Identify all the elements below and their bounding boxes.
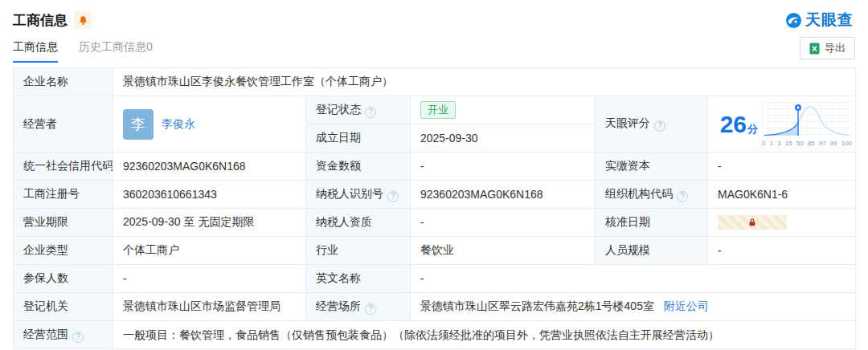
table-row: 企业类型 个体工商户 行业 餐饮业 人员规模 -	[14, 237, 856, 265]
capital-value: -	[411, 153, 596, 181]
business-info-table: 企业名称 景德镇市珠山区李俊永餐饮管理工作室（个体工商户） 经营者 李 李俊永 …	[13, 67, 856, 349]
reg-authority-label: 登记机关	[14, 293, 113, 321]
tab-history-business-info[interactable]: 历史工商信息0	[79, 40, 153, 63]
table-row: 营业期限 2025-09-30 至 无固定期限 纳税人资质 - 核准日期	[14, 209, 856, 237]
page-title: 工商信息	[13, 11, 68, 30]
help-icon[interactable]: ?	[677, 191, 688, 202]
reg-number-value: 360203610661343	[113, 181, 306, 209]
brand-text: 天眼查	[805, 10, 854, 31]
operator-cell: 李 李俊永	[113, 96, 306, 153]
reg-status-label: 登记状态?	[306, 96, 411, 124]
reg-number-label: 工商注册号	[14, 181, 113, 209]
approval-date-label: 核准日期	[596, 209, 708, 237]
help-icon[interactable]: ?	[654, 120, 665, 132]
industry-value: 餐饮业	[411, 237, 596, 265]
table-row: 经营者 李 李俊永 登记状态? 开业 天眼评分? 26分	[14, 96, 856, 124]
company-name-label: 企业名称	[14, 68, 113, 96]
credit-code-value: 92360203MAG0K6N168	[113, 153, 306, 181]
panel-header: 工商信息 天眼查	[0, 0, 868, 31]
tianyancha-logo-icon	[785, 12, 802, 29]
insured-count-label: 参保人数	[14, 265, 113, 293]
table-row: 企业名称 景德镇市珠山区李俊永餐饮管理工作室（个体工商户）	[14, 68, 856, 96]
company-name-value: 景德镇市珠山区李俊永餐饮管理工作室（个体工商户）	[113, 68, 856, 96]
help-icon[interactable]: ?	[365, 107, 376, 118]
nearby-companies-link[interactable]: 附近公司	[664, 299, 709, 312]
score-label: 天眼评分?	[596, 96, 708, 153]
premises-value: 景德镇市珠山区翠云路宏伟嘉苑2栋1号楼405室 附近公司	[411, 293, 856, 321]
operator-avatar[interactable]: 李	[123, 109, 154, 140]
tabs-bar: 工商信息 历史工商信息0 导出	[0, 31, 868, 63]
lock-icon	[747, 218, 757, 227]
locked-value[interactable]	[718, 215, 787, 230]
industry-label: 行业	[306, 237, 411, 265]
export-label: 导出	[825, 41, 845, 55]
status-badge: 开业	[420, 101, 456, 119]
business-term-label: 营业期限	[14, 209, 113, 237]
table-row: 经营范围? 一般项目：餐饮管理，食品销售（仅销售预包装食品）（除依法须经批准的项…	[14, 321, 856, 349]
business-scope-value: 一般项目：餐饮管理，食品销售（仅销售预包装食品）（除依法须经批准的项目外，凭营业…	[113, 321, 856, 349]
chart-x-ticks: 0131550859799100	[762, 140, 852, 147]
premises-label: 经营场所?	[306, 293, 411, 321]
business-term-value: 2025-09-30 至 无固定期限	[113, 209, 306, 237]
business-scope-label: 经营范围?	[14, 321, 113, 349]
help-icon[interactable]: ?	[72, 332, 84, 343]
table-row: 统一社会信用代码? 92360203MAG0K6N168 资金数额 - 实缴资本…	[14, 153, 856, 181]
bell-curve-chart	[762, 102, 852, 137]
english-name-value: -	[411, 265, 856, 293]
staff-size-value: -	[708, 237, 856, 265]
taxpayer-id-value: 92360203MAG0K6N168	[411, 181, 596, 209]
org-code-value: MAG0K6N1-6	[708, 181, 856, 209]
help-icon[interactable]: ?	[365, 303, 376, 315]
staff-size-label: 人员规模	[596, 237, 708, 265]
credit-code-label: 统一社会信用代码?	[14, 153, 113, 181]
taxpayer-id-label: 纳税人识别号?	[306, 181, 411, 209]
table-row: 参保人数 - 英文名称 -	[14, 265, 856, 293]
score-value: 26分	[720, 112, 758, 136]
paid-capital-label: 实缴资本	[596, 153, 708, 181]
tab-business-info[interactable]: 工商信息	[13, 40, 58, 63]
monitor-bell-button[interactable]	[74, 11, 92, 29]
paid-capital-value: -	[708, 153, 856, 181]
bell-icon	[78, 15, 88, 26]
taxpayer-quality-value: -	[411, 209, 596, 237]
score-distribution-chart: 0131550859799100	[762, 102, 852, 147]
approval-date-value	[708, 209, 856, 237]
company-type-label: 企业类型	[14, 237, 113, 265]
org-code-label: 组织机构代码?	[596, 181, 708, 209]
reg-status-value: 开业	[411, 96, 596, 124]
table-row: 工商注册号 360203610661343 纳税人识别号? 92360203MA…	[14, 181, 856, 209]
reg-authority-value: 景德镇市珠山区市场监督管理局	[113, 293, 306, 321]
score-cell: 26分	[708, 96, 856, 153]
taxpayer-quality-label: 纳税人资质	[306, 209, 411, 237]
est-date-label: 成立日期	[306, 124, 411, 153]
excel-icon	[809, 43, 820, 55]
est-date-value: 2025-09-30	[411, 124, 596, 153]
operator-label: 经营者	[14, 96, 113, 153]
capital-label: 资金数额	[306, 153, 411, 181]
operator-name-link[interactable]: 李俊永	[162, 117, 195, 132]
table-row: 登记机关 景德镇市珠山区市场监督管理局 经营场所? 景德镇市珠山区翠云路宏伟嘉苑…	[14, 293, 856, 321]
export-button[interactable]: 导出	[800, 37, 855, 59]
english-name-label: 英文名称	[306, 265, 411, 293]
tianyancha-logo[interactable]: 天眼查	[785, 10, 854, 31]
insured-count-value: -	[113, 265, 306, 293]
help-icon[interactable]: ?	[387, 191, 399, 202]
company-type-value: 个体工商户	[113, 237, 306, 265]
